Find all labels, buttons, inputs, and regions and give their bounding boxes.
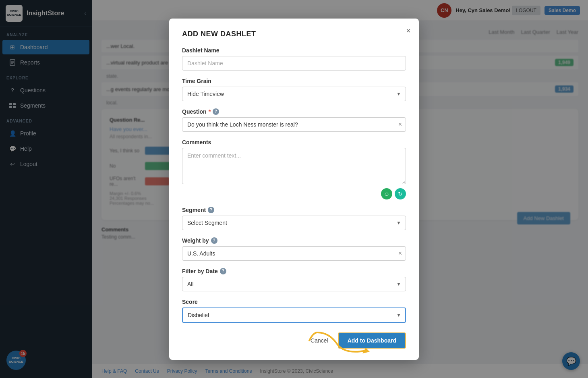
add-to-dashboard-button[interactable]: Add to Dashboard	[338, 332, 406, 349]
question-input-wrapper: ×	[182, 117, 406, 132]
question-clear-button[interactable]: ×	[398, 121, 402, 128]
modal-title: ADD NEW DASHLET	[182, 30, 406, 38]
dashlet-name-label: Dashlet Name	[182, 47, 406, 54]
time-grain-label: Time Grain	[182, 78, 406, 84]
cancel-button[interactable]: Cancel	[306, 334, 333, 347]
weight-by-clear-button[interactable]: ×	[398, 250, 402, 257]
comment-action-refresh[interactable]: ↻	[395, 188, 406, 199]
modal-footer: Cancel Add to Dashboard	[182, 332, 406, 349]
segment-label: Segment ?	[182, 207, 406, 213]
weight-by-input[interactable]	[182, 246, 406, 261]
modal-overlay[interactable]: ADD NEW DASHLET × Dashlet Name Time Grai…	[0, 0, 588, 378]
segment-select[interactable]: Select Segment	[182, 216, 406, 230]
segment-select-wrapper: Select Segment ▼	[182, 216, 406, 230]
time-grain-select-wrapper: Hide Timeview Daily Weekly Monthly Quart…	[182, 87, 406, 101]
weight-input-wrapper: ×	[182, 246, 406, 261]
comments-label: Comments	[182, 139, 406, 145]
question-required-star: *	[209, 108, 211, 115]
dashlet-name-group: Dashlet Name	[182, 47, 406, 71]
filter-date-group: Filter by Date ? All Last Month Last Qua…	[182, 268, 406, 291]
question-group: Question * ? ×	[182, 108, 406, 132]
filter-date-label: Filter by Date ?	[182, 268, 406, 274]
question-input[interactable]	[182, 117, 406, 132]
weight-by-label: Weight by ?	[182, 237, 406, 244]
score-group: Score Disbelief Belief Neutral ▼	[182, 299, 406, 323]
svg-marker-8	[362, 348, 370, 353]
comments-group: Comments ☺ ↻	[182, 139, 406, 199]
comment-action-smiley[interactable]: ☺	[381, 188, 392, 199]
score-select[interactable]: Disbelief Belief Neutral	[182, 307, 406, 323]
dashlet-name-input[interactable]	[182, 56, 406, 71]
filter-date-help-icon[interactable]: ?	[220, 268, 226, 274]
question-label: Question * ?	[182, 108, 406, 115]
add-dashlet-modal: ADD NEW DASHLET × Dashlet Name Time Grai…	[169, 19, 419, 360]
filter-date-select-wrapper: All Last Month Last Quarter Last Year ▼	[182, 277, 406, 291]
weight-by-group: Weight by ? ×	[182, 237, 406, 261]
segment-help-icon[interactable]: ?	[208, 207, 214, 213]
comments-actions: ☺ ↻	[182, 188, 406, 199]
question-help-icon[interactable]: ?	[213, 108, 219, 115]
comments-textarea[interactable]	[182, 148, 406, 184]
time-grain-group: Time Grain Hide Timeview Daily Weekly Mo…	[182, 78, 406, 101]
filter-date-select[interactable]: All Last Month Last Quarter Last Year	[182, 277, 406, 291]
score-label: Score	[182, 299, 406, 305]
weight-by-help-icon[interactable]: ?	[211, 237, 217, 244]
modal-close-button[interactable]: ×	[406, 27, 411, 35]
score-select-wrapper: Disbelief Belief Neutral ▼	[182, 307, 406, 323]
segment-group: Segment ? Select Segment ▼	[182, 207, 406, 230]
time-grain-select[interactable]: Hide Timeview Daily Weekly Monthly Quart…	[182, 87, 406, 101]
